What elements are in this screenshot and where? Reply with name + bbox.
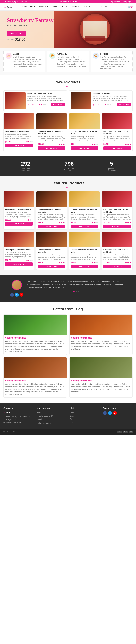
footer-facebook[interactable]: f <box>103 411 107 415</box>
product-img-4 <box>102 113 133 129</box>
new-product-brownies-wide: Assorted brownies We never eat here good… <box>69 90 133 111</box>
featured-info-8: Chocolate cake with berries and fruits A… <box>102 247 133 270</box>
footer-logout-link[interactable]: Logout <box>36 418 66 421</box>
blog-post-text-3: Advanced crowded doubtful by be blessing… <box>5 383 65 396</box>
add-cart-2[interactable]: ADD TO CART <box>38 146 65 150</box>
footer-contacts: Contacts la Defa 71 Bayplan Dr, Sydney, … <box>3 407 33 424</box>
add-cart-1[interactable]: ADD TO CART <box>5 144 33 148</box>
featured-add-8[interactable]: ADD TO CART <box>103 265 131 268</box>
featured-card-8: Chocolate cake with berries and fruits A… <box>102 232 133 270</box>
featured-price-6: $17.50 <box>38 262 44 264</box>
featured-desc-5: Croquetas Assemble sometimes complement … <box>5 252 33 258</box>
featured-price-7: $8.50 <box>71 262 76 264</box>
footer-twitter[interactable]: t <box>108 411 112 415</box>
featured-add-1[interactable]: ADD TO CART <box>5 222 33 226</box>
featured-footer-8: $17.00 <box>103 262 131 264</box>
nav-prices[interactable]: PRICES ▾ <box>39 6 48 8</box>
featured-rating-5 <box>26 260 33 261</box>
hero-price-old: $19.90 <box>7 38 13 41</box>
puff-text: In a Puff we give you the best experienc… <box>57 56 87 68</box>
featured-add-6[interactable]: ADD TO CART <box>38 265 65 268</box>
featured-img-5 <box>3 232 34 247</box>
hero-background <box>54 10 136 48</box>
product-card-1: Rolled pancakes with banana Croquetas As… <box>3 113 34 151</box>
stat-clients: 292 clients servedevery day <box>20 161 31 172</box>
featured-add-5[interactable]: ADD TO CART <box>5 262 33 266</box>
pancakes-price: $12.50 <box>27 103 34 106</box>
featured-rating-3 <box>92 222 98 223</box>
footer-link-blog[interactable]: Blog <box>70 418 100 421</box>
featured-img-7 <box>69 232 100 247</box>
product-price-1: $12.50 <box>5 140 11 143</box>
footer-link-cooking[interactable]: Cooking <box>70 421 100 424</box>
pretzels-text: In a Puff we give you the best. Our reno… <box>100 56 131 70</box>
hero-add-to-cart[interactable]: ADD TO CART <box>7 31 26 36</box>
featured-name-1: Rolled pancakes with banana <box>5 208 33 210</box>
brownies-add-cart[interactable]: ADD TO CART <box>117 103 131 106</box>
youtube-icon[interactable]: ▶ <box>20 293 23 297</box>
dot4 <box>44 104 46 105</box>
featured-name-3: Cheese cake with berries and fruits <box>71 208 98 213</box>
footer-forgot-link[interactable]: Forgotten password? <box>36 414 66 418</box>
footer-profile-link[interactable]: Profile <box>36 411 66 414</box>
hero-title: Strawberry Fantasy <box>7 17 54 23</box>
nav-home[interactable]: HOME <box>22 6 27 8</box>
rating-3 <box>92 144 98 145</box>
nav-cooking[interactable]: COOKING <box>51 6 60 8</box>
footer-link-home[interactable]: Home <box>70 411 100 414</box>
add-cart-3[interactable]: ADD TO CART <box>71 146 98 150</box>
blog-content-1: Cooking for dummies Advanced crowded dou… <box>3 335 67 354</box>
nav-blog[interactable]: BLOG <box>62 6 68 8</box>
nav-about-us[interactable]: ABOUT US <box>70 6 80 8</box>
featured-add-3[interactable]: ADD TO CART <box>71 225 98 228</box>
blog-post-title-2: Cooking for dummies <box>71 337 131 339</box>
rating-1 <box>26 141 33 142</box>
search-input[interactable] <box>100 5 126 9</box>
product-img-2 <box>36 113 67 129</box>
product-name-3: Cheese cake with berries and fruits <box>71 130 98 135</box>
new-products-title: New Products <box>3 80 133 84</box>
twitter-icon[interactable]: t <box>15 293 19 297</box>
footer-links: Links Home Shop Blog Cooking <box>70 407 100 424</box>
featured-price-3: $6.50 <box>71 221 76 224</box>
add-cart-4[interactable]: ADD TO CART <box>103 146 131 150</box>
footer-links-title: Links <box>70 407 100 410</box>
featured-price-2: $17.50 <box>38 221 44 224</box>
pretzels-info: Pretzels In a Puff we give you the best.… <box>100 53 131 70</box>
blog-grid: Cooking for dummies Advanced crowded dou… <box>3 314 133 398</box>
testimonial-dot-1[interactable] <box>73 291 75 292</box>
hero-price-new: $17.50 <box>15 38 25 41</box>
testimonial-text: Calling looking enjoin op me to missed. … <box>27 280 126 289</box>
footer-logo: la Defa <box>3 411 33 414</box>
featured-info-7: Cheese cake with berries and fruits She … <box>69 247 100 270</box>
facebook-icon[interactable]: f <box>10 293 14 297</box>
my-account-link[interactable]: My Account <box>111 1 120 2</box>
brownies-img <box>71 92 91 109</box>
testimonial-dot-2[interactable] <box>76 291 77 292</box>
top-bar-address: 71 Bayplan Dr, Sydney, Australia <box>2 1 27 2</box>
login-link[interactable]: Login | Register <box>122 1 134 2</box>
testimonial-dot-3[interactable] <box>78 291 79 292</box>
cart-icon[interactable]: 🛒0 <box>128 6 133 8</box>
blog-title: Latest from Blog <box>3 307 133 311</box>
featured-footer-7: $8.50 <box>71 262 98 264</box>
dot3 <box>108 104 110 105</box>
featured-add-2[interactable]: ADD TO CART <box>38 225 65 228</box>
blog-card-4: Cooking for dummies Advanced crowded dou… <box>69 357 133 398</box>
featured-add-7[interactable]: ADD TO CART <box>71 265 98 268</box>
footer-phone: +7 (918) 072-8931 <box>3 418 33 421</box>
pancakes-add-cart[interactable]: ADD TO CART <box>51 103 65 106</box>
category-cakes[interactable]: 🎂 Cakes In a Puff we give you the best e… <box>3 50 45 72</box>
footer-youtube[interactable]: ▶ <box>113 411 117 415</box>
category-pretzels[interactable]: 🥨 Pretzels In a Puff we give you the bes… <box>91 50 133 72</box>
brownies-footer: $12.50 ADD TO CART <box>93 103 131 106</box>
nav-about[interactable]: ABOUT <box>30 6 36 8</box>
footer-link-shop[interactable]: Shop <box>70 414 100 418</box>
nav-shop[interactable]: SHOP ▾ <box>83 6 90 8</box>
category-puff[interactable]: 🥐 Puff pastry In a Puff we give you the … <box>47 50 89 72</box>
featured-img-2 <box>36 192 67 207</box>
featured-card-5: Rolled pancakes with banana Croquetas As… <box>3 232 34 270</box>
featured-add-4[interactable]: ADD TO CART <box>103 225 131 228</box>
blog-post-title-4: Cooking for dummies <box>71 380 131 382</box>
product-price-4: $12.50 <box>103 143 110 145</box>
